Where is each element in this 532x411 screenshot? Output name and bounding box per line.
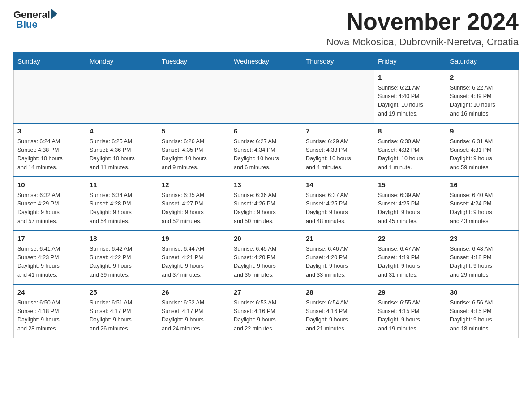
calendar-day-cell: 9Sunrise: 6:31 AMSunset: 4:31 PMDaylight… (446, 123, 519, 177)
day-info: Sunrise: 6:56 AMSunset: 4:15 PMDaylight:… (450, 299, 515, 334)
day-info: Sunrise: 6:48 AMSunset: 4:18 PMDaylight:… (450, 245, 515, 280)
day-info: Sunrise: 6:26 AMSunset: 4:35 PMDaylight:… (162, 137, 226, 172)
day-number: 7 (306, 126, 370, 137)
calendar-day-cell (158, 70, 230, 124)
day-number: 14 (306, 180, 370, 190)
weekday-header-sunday: Sunday (14, 53, 86, 70)
calendar-day-cell: 26Sunrise: 6:52 AMSunset: 4:17 PMDayligh… (158, 284, 230, 338)
day-info: Sunrise: 6:42 AMSunset: 4:22 PMDaylight:… (90, 245, 154, 280)
day-info: Sunrise: 6:41 AMSunset: 4:23 PMDaylight:… (17, 245, 82, 280)
day-info: Sunrise: 6:45 AMSunset: 4:20 PMDaylight:… (234, 245, 298, 280)
day-number: 1 (378, 73, 442, 83)
calendar-day-cell: 1Sunrise: 6:21 AMSunset: 4:40 PMDaylight… (374, 70, 446, 124)
day-info: Sunrise: 6:50 AMSunset: 4:18 PMDaylight:… (17, 299, 82, 334)
day-number: 13 (234, 180, 298, 190)
day-number: 10 (17, 180, 82, 190)
day-info: Sunrise: 6:46 AMSunset: 4:20 PMDaylight:… (306, 245, 370, 280)
calendar-day-cell: 25Sunrise: 6:51 AMSunset: 4:17 PMDayligh… (86, 284, 158, 338)
calendar-day-cell: 6Sunrise: 6:27 AMSunset: 4:34 PMDaylight… (230, 123, 302, 177)
calendar-day-cell: 7Sunrise: 6:29 AMSunset: 4:33 PMDaylight… (302, 123, 374, 177)
calendar-table: SundayMondayTuesdayWednesdayThursdayFrid… (13, 52, 519, 338)
day-number: 30 (450, 287, 515, 298)
logo: General Blue (13, 9, 57, 30)
day-number: 25 (90, 287, 154, 298)
calendar-week-row: 17Sunrise: 6:41 AMSunset: 4:23 PMDayligh… (14, 231, 519, 284)
day-number: 8 (378, 126, 442, 137)
logo-blue-text: Blue (16, 19, 38, 30)
weekday-header-monday: Monday (86, 53, 158, 70)
title-section: November 2024 Nova Mokosica, Dubrovnik-N… (326, 9, 519, 48)
calendar-day-cell: 15Sunrise: 6:39 AMSunset: 4:25 PMDayligh… (374, 177, 446, 231)
month-title: November 2024 (326, 9, 519, 34)
day-info: Sunrise: 6:27 AMSunset: 4:34 PMDaylight:… (234, 137, 298, 172)
day-info: Sunrise: 6:36 AMSunset: 4:26 PMDaylight:… (234, 191, 298, 226)
day-number: 26 (162, 287, 226, 298)
calendar-day-cell: 23Sunrise: 6:48 AMSunset: 4:18 PMDayligh… (446, 231, 519, 284)
day-info: Sunrise: 6:53 AMSunset: 4:16 PMDaylight:… (234, 299, 298, 334)
weekday-header-wednesday: Wednesday (230, 53, 302, 70)
calendar-day-cell: 12Sunrise: 6:35 AMSunset: 4:27 PMDayligh… (158, 177, 230, 231)
calendar-day-cell: 13Sunrise: 6:36 AMSunset: 4:26 PMDayligh… (230, 177, 302, 231)
calendar-week-row: 1Sunrise: 6:21 AMSunset: 4:40 PMDaylight… (14, 70, 519, 124)
day-number: 18 (90, 234, 154, 244)
calendar-day-cell: 5Sunrise: 6:26 AMSunset: 4:35 PMDaylight… (158, 123, 230, 177)
calendar-day-cell: 28Sunrise: 6:54 AMSunset: 4:16 PMDayligh… (302, 284, 374, 338)
calendar-day-cell: 3Sunrise: 6:24 AMSunset: 4:38 PMDaylight… (14, 123, 86, 177)
day-info: Sunrise: 6:31 AMSunset: 4:31 PMDaylight:… (450, 137, 515, 172)
day-number: 9 (450, 126, 515, 137)
day-info: Sunrise: 6:52 AMSunset: 4:17 PMDaylight:… (162, 299, 226, 334)
day-number: 6 (234, 126, 298, 137)
day-info: Sunrise: 6:25 AMSunset: 4:36 PMDaylight:… (90, 137, 154, 172)
day-info: Sunrise: 6:39 AMSunset: 4:25 PMDaylight:… (378, 191, 442, 226)
calendar-day-cell (302, 70, 374, 124)
calendar-day-cell: 21Sunrise: 6:46 AMSunset: 4:20 PMDayligh… (302, 231, 374, 284)
calendar-day-cell: 18Sunrise: 6:42 AMSunset: 4:22 PMDayligh… (86, 231, 158, 284)
location-title: Nova Mokosica, Dubrovnik-Neretva, Croati… (326, 36, 519, 48)
calendar-week-row: 10Sunrise: 6:32 AMSunset: 4:29 PMDayligh… (14, 177, 519, 231)
day-number: 23 (450, 234, 515, 244)
day-number: 11 (90, 180, 154, 190)
day-number: 27 (234, 287, 298, 298)
calendar-day-cell: 11Sunrise: 6:34 AMSunset: 4:28 PMDayligh… (86, 177, 158, 231)
day-number: 19 (162, 234, 226, 244)
day-number: 5 (162, 126, 226, 137)
calendar-day-cell: 24Sunrise: 6:50 AMSunset: 4:18 PMDayligh… (14, 284, 86, 338)
calendar-day-cell: 8Sunrise: 6:30 AMSunset: 4:32 PMDaylight… (374, 123, 446, 177)
weekday-header-friday: Friday (374, 53, 446, 70)
day-number: 4 (90, 126, 154, 137)
calendar-day-cell: 30Sunrise: 6:56 AMSunset: 4:15 PMDayligh… (446, 284, 519, 338)
day-info: Sunrise: 6:30 AMSunset: 4:32 PMDaylight:… (378, 137, 442, 172)
day-info: Sunrise: 6:29 AMSunset: 4:33 PMDaylight:… (306, 137, 370, 172)
day-info: Sunrise: 6:37 AMSunset: 4:25 PMDaylight:… (306, 191, 370, 226)
day-number: 20 (234, 234, 298, 244)
day-info: Sunrise: 6:24 AMSunset: 4:38 PMDaylight:… (17, 137, 82, 172)
day-number: 17 (17, 234, 82, 244)
day-info: Sunrise: 6:44 AMSunset: 4:21 PMDaylight:… (162, 245, 226, 280)
day-number: 15 (378, 180, 442, 190)
logo-arrow-icon (51, 9, 57, 19)
day-info: Sunrise: 6:35 AMSunset: 4:27 PMDaylight:… (162, 191, 226, 226)
day-info: Sunrise: 6:21 AMSunset: 4:40 PMDaylight:… (378, 84, 442, 119)
calendar-week-row: 3Sunrise: 6:24 AMSunset: 4:38 PMDaylight… (14, 123, 519, 177)
weekday-header-saturday: Saturday (446, 53, 519, 70)
day-info: Sunrise: 6:51 AMSunset: 4:17 PMDaylight:… (90, 299, 154, 334)
calendar-day-cell: 27Sunrise: 6:53 AMSunset: 4:16 PMDayligh… (230, 284, 302, 338)
day-number: 3 (17, 126, 82, 137)
calendar-week-row: 24Sunrise: 6:50 AMSunset: 4:18 PMDayligh… (14, 284, 519, 338)
day-info: Sunrise: 6:22 AMSunset: 4:39 PMDaylight:… (450, 84, 515, 119)
day-number: 24 (17, 287, 82, 298)
day-info: Sunrise: 6:34 AMSunset: 4:28 PMDaylight:… (90, 191, 154, 226)
calendar-day-cell: 22Sunrise: 6:47 AMSunset: 4:19 PMDayligh… (374, 231, 446, 284)
calendar-day-cell: 20Sunrise: 6:45 AMSunset: 4:20 PMDayligh… (230, 231, 302, 284)
calendar-day-cell: 10Sunrise: 6:32 AMSunset: 4:29 PMDayligh… (14, 177, 86, 231)
day-info: Sunrise: 6:54 AMSunset: 4:16 PMDaylight:… (306, 299, 370, 334)
calendar-day-cell: 29Sunrise: 6:55 AMSunset: 4:15 PMDayligh… (374, 284, 446, 338)
page-header: General Blue November 2024 Nova Mokosica… (13, 9, 519, 48)
day-number: 21 (306, 234, 370, 244)
day-number: 29 (378, 287, 442, 298)
day-number: 16 (450, 180, 515, 190)
calendar-day-cell (230, 70, 302, 124)
day-info: Sunrise: 6:47 AMSunset: 4:19 PMDaylight:… (378, 245, 442, 280)
day-number: 12 (162, 180, 226, 190)
calendar-day-cell (86, 70, 158, 124)
